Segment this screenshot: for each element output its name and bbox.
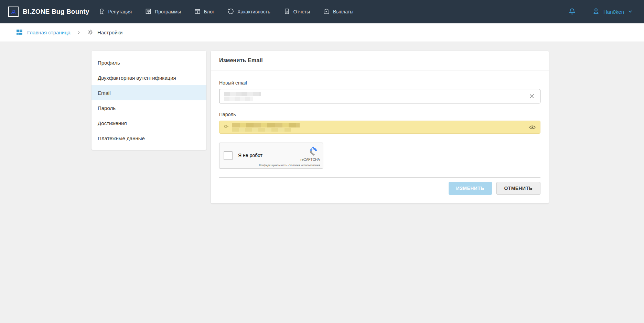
sidebar-item-achievements[interactable]: Достижения bbox=[92, 115, 206, 131]
brand-title: BI.ZONE Bug Bounty bbox=[23, 8, 89, 15]
newspaper-icon bbox=[194, 8, 201, 16]
clear-email-icon[interactable] bbox=[528, 93, 535, 100]
nav-right: Han0ken bbox=[568, 7, 633, 16]
form-actions: ИЗМЕНИТЬ ОТМЕНИТЬ bbox=[219, 178, 540, 203]
breadcrumb-current: Настройки bbox=[87, 29, 123, 36]
username: Han0ken bbox=[603, 9, 624, 15]
sidebar-item-2fa[interactable]: Двухфакторная аутентификация bbox=[92, 70, 206, 85]
notifications-bell-icon[interactable] bbox=[568, 8, 576, 16]
nav-item-label: Репутация bbox=[108, 9, 132, 14]
show-password-eye-icon[interactable] bbox=[529, 124, 536, 131]
user-icon bbox=[592, 7, 600, 16]
recaptcha-widget: Я не робот reCAPTCHA Конфиденциальность … bbox=[219, 143, 323, 169]
nav-item-payouts[interactable]: Выплаты bbox=[323, 8, 353, 16]
nav-menu: Репутация Программы bbox=[98, 8, 354, 16]
recaptcha-privacy-links[interactable]: Конфиденциальность - Условия использован… bbox=[259, 164, 320, 167]
report-icon bbox=[283, 8, 290, 16]
user-menu[interactable]: Han0ken bbox=[592, 7, 633, 16]
brand-logo[interactable]: BI.ZONE Bug Bounty bbox=[8, 7, 89, 17]
submit-change-button[interactable]: ИЗМЕНИТЬ bbox=[449, 182, 492, 195]
breadcrumb: Главная страница Настройки bbox=[0, 23, 644, 42]
content-area: Профиль Двухфакторная аутентификация Ema… bbox=[0, 42, 644, 203]
key-icon bbox=[224, 123, 230, 131]
medal-icon bbox=[98, 8, 105, 16]
redacted-email-value bbox=[224, 92, 261, 101]
recaptcha-logo-icon bbox=[308, 146, 319, 158]
password-input[interactable] bbox=[219, 121, 540, 134]
nav-item-hackactivity[interactable]: Хакактивность bbox=[227, 8, 270, 16]
sidebar-item-email[interactable]: Email bbox=[92, 85, 206, 100]
nav-item-label: Хакактивность bbox=[237, 9, 270, 14]
history-icon bbox=[227, 8, 234, 16]
recaptcha-checkbox[interactable] bbox=[224, 151, 233, 160]
bizone-bug-icon bbox=[8, 7, 19, 17]
panel-body: Новый email Пароль bbox=[211, 70, 549, 203]
panel-title: Изменить Email bbox=[219, 57, 263, 64]
nav-item-blog[interactable]: Блог bbox=[194, 8, 214, 16]
breadcrumb-home-label: Главная страница bbox=[27, 30, 71, 35]
breadcrumb-home-link[interactable]: Главная страница bbox=[16, 29, 71, 37]
nav-item-label: Выплаты bbox=[333, 9, 353, 14]
new-email-input[interactable] bbox=[219, 89, 540, 103]
password-label: Пароль bbox=[219, 112, 540, 117]
nav-item-label: Блог bbox=[204, 9, 214, 14]
settings-sidebar: Профиль Двухфакторная аутентификация Ema… bbox=[92, 51, 206, 150]
nav-item-reports[interactable]: Отчеты bbox=[283, 8, 310, 16]
change-email-panel: Изменить Email Новый email Пароль bbox=[211, 51, 549, 203]
top-nav: BI.ZONE Bug Bounty Репутация bbox=[0, 0, 644, 23]
new-email-label: Новый email bbox=[219, 80, 540, 86]
recaptcha-label: Я не робот bbox=[238, 153, 262, 158]
chevron-right-icon bbox=[77, 31, 81, 35]
nav-item-label: Программы bbox=[155, 9, 181, 14]
dashboard-grid-icon bbox=[16, 29, 23, 37]
redacted-password-value bbox=[232, 123, 300, 132]
recaptcha-brand-text: reCAPTCHA bbox=[300, 158, 320, 162]
chevron-down-icon bbox=[627, 9, 633, 15]
sidebar-item-profile[interactable]: Профиль bbox=[92, 55, 206, 70]
nav-item-reputation[interactable]: Репутация bbox=[98, 8, 132, 16]
nav-item-programs[interactable]: Программы bbox=[145, 8, 181, 16]
gear-icon bbox=[87, 29, 94, 36]
payout-icon bbox=[323, 8, 330, 16]
panel-header: Изменить Email bbox=[211, 51, 549, 70]
nav-item-label: Отчеты bbox=[293, 9, 310, 14]
cancel-button[interactable]: ОТМЕНИТЬ bbox=[496, 182, 540, 195]
sidebar-item-password[interactable]: Пароль bbox=[92, 100, 206, 115]
sidebar-item-payment-details[interactable]: Платежные данные bbox=[92, 131, 206, 146]
breadcrumb-current-label: Настройки bbox=[97, 30, 123, 35]
building-icon bbox=[145, 8, 152, 16]
